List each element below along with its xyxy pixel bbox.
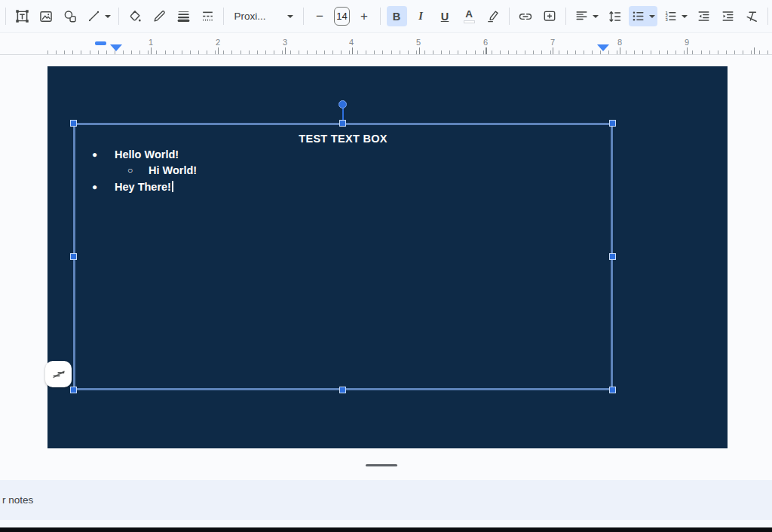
line-icon <box>87 9 101 23</box>
font-family-select[interactable]: Proxi... <box>230 6 298 26</box>
italic-label: I <box>418 10 423 23</box>
align-button[interactable] <box>572 6 601 26</box>
svg-text:3: 3 <box>665 17 668 22</box>
insert-line-button[interactable] <box>84 6 113 26</box>
selection-handle-w[interactable] <box>70 253 77 260</box>
horizontal-ruler[interactable]: 1 2 3 4 5 6 7 8 9 <box>0 33 772 55</box>
border-dash-button[interactable] <box>198 6 218 26</box>
slides-editor: Proxi... − 14 + B I U A <box>0 0 772 532</box>
highlighter-icon <box>486 9 501 23</box>
toolbar-separator <box>118 8 119 25</box>
bullet-glyph: ○ <box>127 165 133 176</box>
align-left-icon <box>574 9 589 23</box>
editing-canvas[interactable]: TEST TEXT BOX ● Hello World! ○ Hi World!… <box>0 55 772 480</box>
line-spacing-button[interactable] <box>605 6 625 26</box>
selection-handle-n[interactable] <box>339 120 346 127</box>
left-indent-marker[interactable] <box>110 44 122 51</box>
ruler-number: 9 <box>685 38 689 47</box>
ruler-number: 6 <box>483 38 488 47</box>
toolbar-separator <box>509 8 510 25</box>
status-strip <box>0 520 772 527</box>
toolbar-separator <box>223 8 224 25</box>
highlight-color-button[interactable] <box>483 6 504 26</box>
bullet-glyph: ● <box>92 149 97 160</box>
selected-text-box[interactable]: TEST TEXT BOX ● Hello World! ○ Hi World!… <box>73 123 613 390</box>
list-item[interactable]: ● Hello World! <box>75 148 611 161</box>
border-weight-button[interactable] <box>173 6 194 26</box>
list-item[interactable]: ○ Hi World! <box>75 164 611 176</box>
decrease-indent-icon <box>697 9 711 23</box>
ruler-number: 1 <box>149 38 153 47</box>
speaker-notes-panel[interactable]: r notes <box>0 480 772 520</box>
chevron-down-icon <box>682 15 688 18</box>
selection-handle-sw[interactable] <box>70 387 77 393</box>
list-item-text: Hey There! <box>115 181 171 193</box>
slide[interactable]: TEST TEXT BOX ● Hello World! ○ Hi World!… <box>47 66 728 448</box>
image-icon <box>38 9 54 24</box>
decrease-font-size-button[interactable]: − <box>310 6 330 26</box>
increase-font-size-button[interactable]: + <box>354 6 375 26</box>
clear-formatting-button[interactable] <box>742 6 762 26</box>
chevron-down-icon <box>105 15 111 18</box>
list-item[interactable]: ● Hey There! <box>75 181 611 193</box>
selection-handle-ne[interactable] <box>609 120 616 127</box>
bold-button[interactable]: B <box>387 6 407 26</box>
numbered-list-icon: 1 2 3 <box>663 9 678 23</box>
clear-formatting-icon <box>744 9 759 24</box>
selection-handle-e[interactable] <box>609 253 616 260</box>
text-box-title[interactable]: TEST TEXT BOX <box>75 133 611 145</box>
border-weight-icon <box>176 9 191 23</box>
underline-label: U <box>441 11 449 23</box>
toolbar: Proxi... − 14 + B I U A <box>0 0 772 33</box>
border-color-button[interactable] <box>149 6 170 26</box>
ruler-number: 4 <box>349 38 354 47</box>
font-size-input[interactable]: 14 <box>334 7 350 26</box>
toolbar-separator <box>565 8 566 25</box>
bullet-glyph: ● <box>92 182 97 192</box>
ruler-number: 7 <box>550 38 555 47</box>
window-bottom-bar <box>0 527 772 532</box>
link-icon <box>518 9 533 24</box>
increase-indent-icon <box>721 9 735 23</box>
text-color-button[interactable]: A <box>459 6 479 26</box>
list-item-text: Hi World! <box>149 164 197 176</box>
insert-shape-button[interactable] <box>60 6 81 26</box>
add-comment-button[interactable] <box>540 6 560 26</box>
ruler-ticks <box>47 47 772 54</box>
font-family-value: Proxi... <box>234 11 266 22</box>
increase-indent-button[interactable] <box>718 6 738 26</box>
toolbar-separator <box>303 8 304 25</box>
ruler-number: 8 <box>617 38 622 47</box>
bulleted-list-button[interactable] <box>629 6 657 26</box>
decrease-indent-button[interactable] <box>694 6 714 26</box>
first-line-indent-marker[interactable] <box>95 41 106 45</box>
toolbar-separator <box>380 8 381 25</box>
rotation-handle-stem <box>342 106 344 121</box>
bulleted-list-icon <box>631 9 645 23</box>
chevron-down-icon <box>649 15 655 18</box>
fill-color-button[interactable] <box>125 6 146 26</box>
rotation-handle[interactable] <box>339 100 347 109</box>
autofit-off-icon <box>51 367 66 382</box>
list-item-text: Hello World! <box>115 148 179 161</box>
insert-text-box-button[interactable] <box>12 6 32 26</box>
pencil-icon <box>152 9 167 23</box>
line-spacing-icon <box>607 9 622 24</box>
ruler-number: 2 <box>216 38 220 47</box>
selection-handle-nw[interactable] <box>70 120 77 127</box>
insert-link-button[interactable] <box>516 6 536 26</box>
italic-button[interactable]: I <box>411 6 431 26</box>
text-cursor <box>172 181 173 192</box>
numbered-list-button[interactable]: 1 2 3 <box>661 6 690 26</box>
underline-button[interactable]: U <box>435 6 455 26</box>
toolbar-separator <box>5 8 6 25</box>
selection-handle-se[interactable] <box>609 387 616 393</box>
shape-icon <box>63 9 78 24</box>
toolbar-separator <box>767 8 768 25</box>
selection-handle-s[interactable] <box>339 387 346 393</box>
text-color-icon: A <box>464 9 475 23</box>
notes-resize-handle[interactable] <box>366 464 397 466</box>
autofit-indicator-button[interactable] <box>45 361 72 387</box>
insert-image-button[interactable] <box>36 6 57 26</box>
right-indent-marker[interactable] <box>597 44 609 51</box>
